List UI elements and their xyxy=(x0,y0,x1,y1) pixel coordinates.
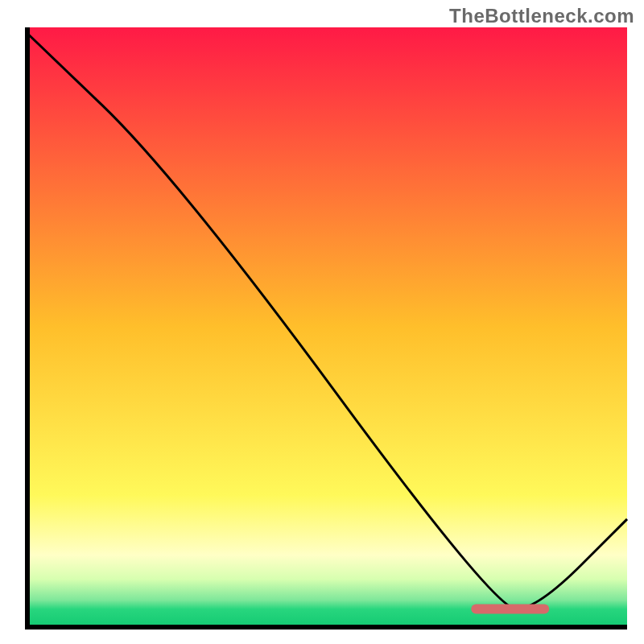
chart-container: TheBottleneck.com xyxy=(0,0,644,644)
plot-background xyxy=(27,27,627,627)
bottleneck-chart xyxy=(0,0,644,644)
watermark-label: TheBottleneck.com xyxy=(449,5,634,27)
optimal-zone-marker xyxy=(471,605,549,614)
